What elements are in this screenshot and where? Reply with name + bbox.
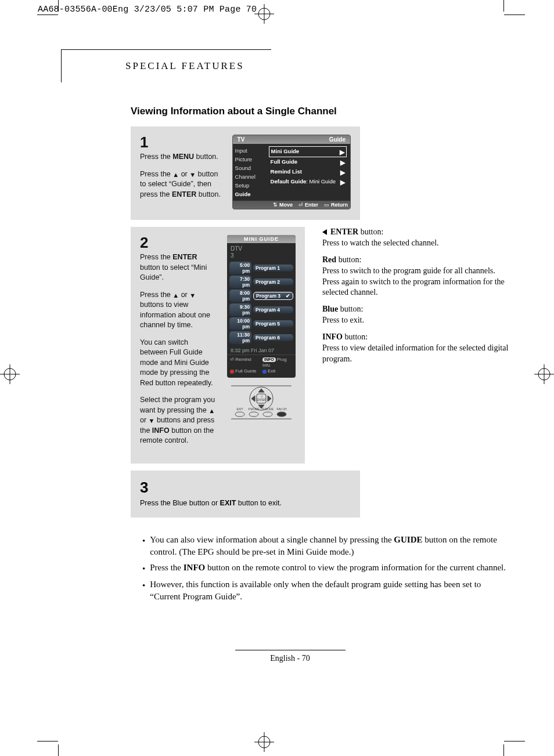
right-arrow-icon: ▶	[340, 149, 344, 156]
osd-item: Default Guide​: Mini Guide▶	[269, 177, 347, 187]
section-heading-box: SPECIAL FEATURES	[61, 49, 271, 82]
page-footer: English - 70	[61, 650, 519, 663]
text: You can switch between Full Guide mode a…	[140, 338, 217, 389]
text: or	[179, 170, 189, 178]
step-number: 2	[140, 235, 217, 250]
mini-guide-osd: MINI GUIDE DTV 3 5:00 pmProgram 1 7:30 p…	[227, 235, 296, 378]
registration-mark	[254, 4, 274, 24]
text: buttons to view information about one ch…	[140, 301, 210, 329]
osd-menu-item: Channel	[233, 172, 267, 181]
svg-text:FAV.CH: FAV.CH	[276, 407, 287, 411]
page-subtitle: Viewing Information about a Single Chann…	[131, 106, 519, 117]
blue-dot-icon	[262, 370, 267, 374]
remote-illustration: ⏎ ENTER EXIT P.MODE S.MODE FAV.CH	[227, 378, 296, 423]
osd-right-panel: Mini Guide▶ Full Guide▶ Remind List▶ Def…	[267, 144, 350, 201]
lower-bullet-notes: •You can also view information about a s…	[131, 525, 519, 603]
crop-mark	[504, 15, 525, 15]
step-2-row: 2 Press the ENTER button to select “Mini…	[131, 227, 519, 471]
red-dot-icon	[230, 370, 234, 374]
main-column: Viewing Information about a Single Chann…	[131, 106, 519, 603]
osd-item: Full Guide▶	[269, 157, 347, 167]
down-arrow-icon: ▼	[149, 417, 155, 424]
bullet-icon: •	[142, 562, 145, 575]
text: button.	[196, 190, 221, 198]
crop-mark	[503, 744, 504, 756]
text: Press the	[140, 170, 172, 178]
up-arrow-icon: ▲	[208, 407, 215, 414]
mini-guide-row: 5:00 pmProgram 1	[229, 262, 293, 274]
svg-point-25	[277, 412, 286, 417]
bullet-item: •You can also view information about a s…	[142, 534, 513, 558]
up-arrow-icon: ▲	[172, 171, 179, 178]
text: button.	[194, 153, 218, 161]
text-bold: EXIT	[220, 499, 236, 507]
mini-guide-row: 7:30 pmProgram 2	[229, 276, 293, 288]
text-bold: ENTER	[172, 253, 197, 261]
bullet-icon: •	[142, 534, 145, 558]
mini-guide-footer: ⏎ Remind INFOProg Info Full Guide Exit	[227, 355, 296, 378]
crop-mark	[58, 744, 59, 756]
osd-menu-item: Input	[233, 146, 267, 155]
svg-text:P.MODE: P.MODE	[248, 407, 260, 411]
bullet-item: •However, this function is available onl…	[142, 578, 513, 603]
left-arrow-icon	[322, 229, 327, 235]
note-red: Red button:Press to switch to the progra…	[322, 255, 519, 299]
svg-text:⏎: ⏎	[261, 395, 263, 398]
side-notes: ENTER button:Press to watch the selected…	[322, 227, 519, 371]
text: Select the program you want by pressing …	[140, 396, 215, 414]
right-arrow-icon: ▶	[340, 169, 345, 176]
updown-icon: ⇅	[273, 202, 278, 208]
crop-mark	[37, 741, 58, 741]
section-title: SPECIAL FEATURES	[125, 60, 244, 71]
osd-menu-item: Picture	[233, 155, 267, 164]
registration-mark	[254, 732, 274, 752]
text-bold: MENU	[172, 153, 194, 161]
registration-mark	[0, 364, 20, 384]
step-2-block: 2 Press the ENTER button to select “Mini…	[131, 227, 305, 464]
svg-point-23	[249, 412, 258, 417]
text: button to select “Mini Guide”.	[140, 263, 207, 282]
step-1-block: 1 Press the MENU button. Press the ▲ or …	[131, 126, 360, 220]
osd-title-left: TV	[238, 136, 245, 143]
page-number: English - 70	[270, 654, 310, 663]
svg-point-24	[263, 412, 272, 417]
text: Press the	[140, 253, 172, 261]
note-enter: ENTER button:Press to watch the selected…	[322, 227, 519, 249]
crop-mark	[37, 15, 58, 15]
crop-mark	[503, 0, 504, 12]
note-info: INFO button:Press to view detailed infor…	[322, 332, 519, 365]
text: button to exit.	[236, 499, 282, 507]
crop-mark	[504, 741, 525, 741]
note-blue: Blue button:Press to exit.	[322, 304, 519, 326]
osd-left-menu: Input Picture Sound Channel Setup Guide	[233, 144, 267, 201]
text: Press the Blue button or	[140, 499, 220, 507]
svg-point-22	[235, 412, 244, 417]
text: or	[179, 291, 189, 299]
info-pill-icon: INFO	[262, 357, 276, 362]
svg-text:EXIT: EXIT	[236, 407, 243, 411]
text-bold: INFO	[152, 426, 170, 435]
osd-menu-item: Setup	[233, 181, 267, 190]
registration-mark	[534, 364, 554, 384]
text: Press the	[140, 291, 172, 299]
text: Press the	[140, 153, 172, 161]
check-icon: ✔	[286, 293, 290, 299]
tv-osd-menu: TV Guide Input Picture Sound Channel Set…	[232, 135, 351, 209]
mini-guide-column: MINI GUIDE DTV 3 5:00 pmProgram 1 7:30 p…	[227, 235, 296, 423]
mini-guide-row-selected: 8:00 pmProgram 3✔	[229, 290, 293, 302]
down-arrow-icon: ▼	[189, 171, 196, 178]
step-1-text: 1 Press the MENU button. Press the ▲ or …	[140, 135, 222, 207]
prepress-header: AA68-03556A-00Eng 3/23/05 5:07 PM Page 7…	[38, 5, 257, 15]
bullet-icon: •	[142, 578, 145, 603]
text-bold: ENTER	[172, 190, 196, 198]
svg-marker-16	[258, 389, 264, 392]
step-number: 1	[140, 135, 222, 150]
enter-icon: ⏎	[230, 357, 234, 362]
bullet-item: •Press the INFO button on the remote con…	[142, 562, 513, 575]
osd-menu-item-active: Guide	[233, 190, 267, 198]
mini-guide-row: 10:00 pmProgram 5	[229, 317, 293, 330]
osd-footer-bar: ⇅ Move ⏎ Enter ▭ Return	[233, 201, 350, 209]
osd-menu-item: Sound	[233, 164, 267, 172]
right-arrow-icon: ▶	[340, 159, 345, 167]
mini-guide-title: MINI GUIDE	[227, 235, 296, 243]
